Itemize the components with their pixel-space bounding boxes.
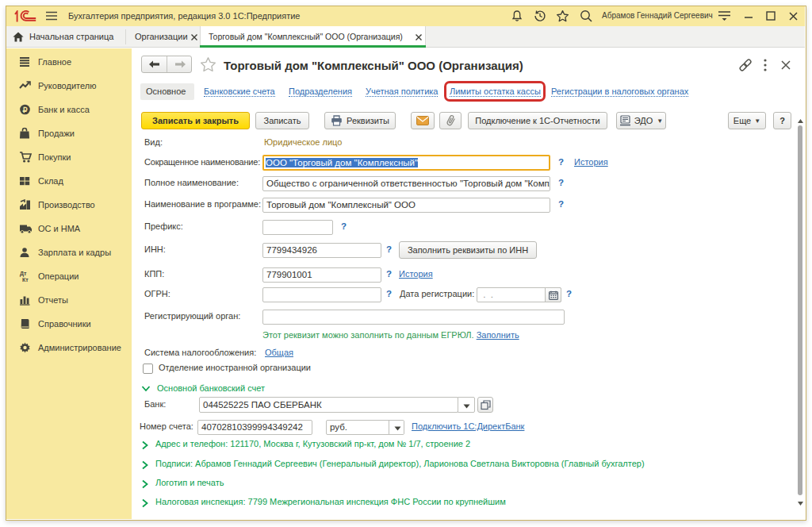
svg-text:₽: ₽ (22, 106, 27, 114)
svg-text:Кт: Кт (22, 277, 29, 283)
